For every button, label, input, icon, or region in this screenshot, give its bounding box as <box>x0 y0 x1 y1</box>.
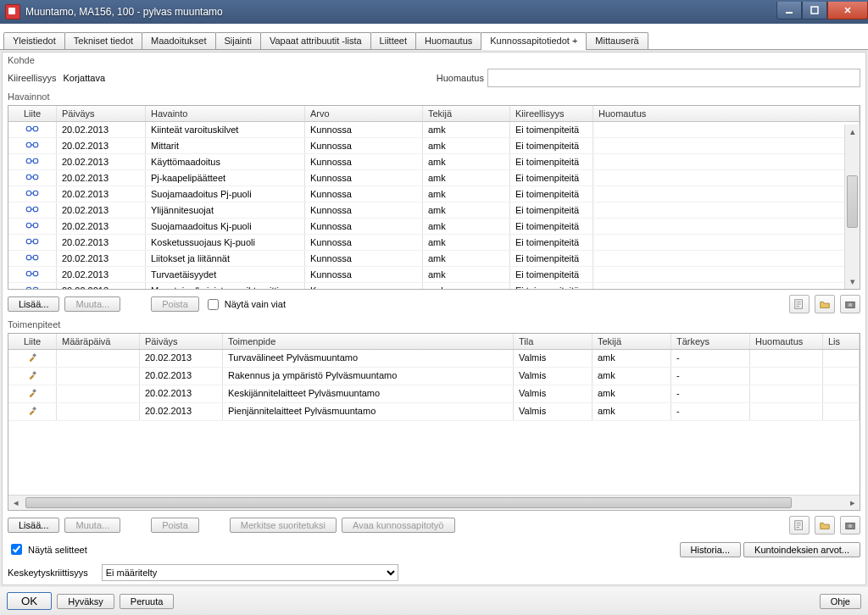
tab-1[interactable]: Tekniset tiedot <box>64 32 142 49</box>
acol-maarapaiva[interactable]: Määräpäivä <box>57 334 140 349</box>
hscroll-right-icon[interactable]: ▸ <box>845 496 860 510</box>
hscroll-left-icon[interactable]: ◂ <box>8 496 23 510</box>
action-row[interactable]: 20.02.2013Pienjännitelaitteet Pylväsmuun… <box>8 403 860 421</box>
acol-tekija[interactable]: Tekijä <box>593 334 671 349</box>
tab-8[interactable]: Mittauserä <box>586 32 648 49</box>
col-tekija[interactable]: Tekijä <box>423 106 510 121</box>
obs-edit-button[interactable]: Muuta... <box>64 296 120 312</box>
svg-point-13 <box>33 207 38 212</box>
acol-paivays[interactable]: Päiväys <box>140 334 223 349</box>
actions-grid: Liite Määräpäivä Päiväys Toimenpide Tila… <box>8 333 860 511</box>
action-row[interactable]: 20.02.2013Rakennus ja ympäristö Pylväsmu… <box>8 368 860 385</box>
observations-body[interactable]: 20.02.2013Kiinteät varoituskilvetKunnoss… <box>8 122 860 289</box>
tab-7[interactable]: Kunnossapitotiedot + <box>481 32 587 50</box>
acol-huomautus[interactable]: Huomautus <box>750 334 823 349</box>
svg-point-19 <box>33 255 38 260</box>
observations-toolbar: Lisää... Muuta... Poista Näytä vain viat <box>3 291 865 317</box>
obs-delete-button[interactable]: Poista <box>151 296 199 312</box>
glasses-icon <box>8 170 57 186</box>
observation-row[interactable]: 20.02.2013MittaritKunnossaamkEi toimenpi… <box>8 138 860 154</box>
svg-point-7 <box>33 158 38 163</box>
scroll-down-icon[interactable]: ▾ <box>845 274 860 289</box>
svg-point-21 <box>33 271 38 276</box>
glasses-icon <box>8 186 57 202</box>
show-legends-checkbox[interactable]: Näytä selitteet <box>8 541 87 557</box>
observation-row[interactable]: 20.02.2013Suojamaadoitus Pj-puoliKunnoss… <box>8 186 860 202</box>
observation-row[interactable]: 20.02.2013Liitokset ja liitännätKunnossa… <box>8 251 860 267</box>
tab-4[interactable]: Vapaat attribuutit -lista <box>260 32 371 49</box>
col-paivays[interactable]: Päiväys <box>57 106 146 121</box>
kuntoindeksi-button[interactable]: Kuntoindeksien arvot... <box>743 542 860 557</box>
observation-row[interactable]: 20.02.2013Pj-kaapelipäätteetKunnossaamkE… <box>8 170 860 186</box>
act-folder-icon[interactable] <box>815 516 835 535</box>
act-edit-button[interactable]: Muuta... <box>64 518 120 533</box>
show-only-faults-checkbox[interactable]: Näytä vain viat <box>204 296 286 313</box>
svg-point-9 <box>33 175 38 180</box>
tab-3[interactable]: Sijainti <box>215 32 261 49</box>
svg-point-14 <box>26 223 31 228</box>
maximize-button[interactable] <box>802 2 827 19</box>
actions-hscroll[interactable]: ◂ ▸ <box>8 495 860 510</box>
svg-point-32 <box>849 303 852 307</box>
observations-grid: Liite Päiväys Havainto Arvo Tekijä Kiire… <box>8 105 860 290</box>
kohde-row: Kiireellisyys Korjattava Huomautus <box>3 67 865 89</box>
action-row[interactable]: 20.02.2013Keskijännitelaitteet Pylväsmuu… <box>8 385 860 403</box>
act-note-icon[interactable] <box>789 516 810 535</box>
svg-point-23 <box>33 287 38 289</box>
obs-folder-icon[interactable] <box>815 295 835 313</box>
col-kiireellisyys[interactable]: Kiireellisyys <box>510 106 593 121</box>
observation-row[interactable]: 20.02.2013Kiinteät varoituskilvetKunnoss… <box>8 122 860 138</box>
hscroll-thumb[interactable] <box>25 497 792 508</box>
act-mark-done-button[interactable]: Merkitse suoritetuksi <box>230 518 337 533</box>
act-delete-button[interactable]: Poista <box>151 518 199 533</box>
svg-rect-34 <box>32 371 36 375</box>
svg-point-17 <box>33 239 38 244</box>
section-kohde: Kohde <box>3 53 865 67</box>
observation-row[interactable]: 20.02.2013Suojamaadoitus Kj-puoliKunnoss… <box>8 219 860 235</box>
tab-5[interactable]: Liitteet <box>370 32 416 49</box>
acol-liite[interactable]: Liite <box>8 334 57 349</box>
observation-row[interactable]: 20.02.2013TurvaetäisyydetKunnossaamkEi t… <box>8 267 860 283</box>
help-button[interactable]: Ohje <box>820 594 861 609</box>
acol-tarkeys[interactable]: Tärkeys <box>671 334 750 349</box>
close-button[interactable] <box>827 2 868 19</box>
obs-camera-icon[interactable] <box>840 295 860 313</box>
observation-row[interactable]: 20.02.2013Kosketussuojaus Kj-puoliKunnos… <box>8 235 860 251</box>
act-camera-icon[interactable] <box>840 516 860 535</box>
criticality-label: Keskeytyskriittisyys <box>8 568 88 578</box>
observations-scrollbar[interactable]: ▴ ▾ <box>844 125 860 289</box>
acol-lis[interactable]: Lis <box>823 334 860 349</box>
obs-note-icon[interactable] <box>789 295 810 313</box>
actions-header[interactable]: Liite Määräpäivä Päiväys Toimenpide Tila… <box>8 334 860 350</box>
acol-toimenpide[interactable]: Toimenpide <box>223 334 514 349</box>
observation-row[interactable]: 20.02.2013YlijännitesuojatKunnossaamkEi … <box>8 202 860 219</box>
ok-button[interactable]: OK <box>7 592 52 610</box>
glasses-icon <box>8 219 57 234</box>
col-havainto[interactable]: Havainto <box>146 106 305 121</box>
observation-row[interactable]: 20.02.2013KäyttömaadoitusKunnossaamkEi t… <box>8 154 860 170</box>
minimize-button[interactable] <box>776 2 802 19</box>
svg-point-39 <box>849 524 852 528</box>
act-open-work-button[interactable]: Avaa kunnossapitotyö <box>342 518 454 533</box>
col-arvo[interactable]: Arvo <box>305 106 423 121</box>
col-huomautus[interactable]: Huomautus <box>593 106 860 121</box>
obs-add-button[interactable]: Lisää... <box>8 296 59 312</box>
actions-body[interactable]: 20.02.2013Turvavälineet PylväsmuuntamoVa… <box>8 350 860 495</box>
act-add-button[interactable]: Lisää... <box>8 518 59 533</box>
huomautus-input[interactable] <box>487 69 860 87</box>
history-button[interactable]: Historia... <box>680 542 741 557</box>
cancel-button[interactable]: Peruuta <box>120 594 175 609</box>
scroll-thumb[interactable] <box>847 175 858 228</box>
app-icon <box>5 4 20 19</box>
action-row[interactable]: 20.02.2013Turvavälineet PylväsmuuntamoVa… <box>8 350 860 368</box>
tab-2[interactable]: Maadoitukset <box>142 32 215 49</box>
criticality-select[interactable]: Ei määritelty <box>102 564 398 581</box>
tab-0[interactable]: Yleistiedot <box>3 32 65 49</box>
observation-row[interactable]: 20.02.2013Muuntajan/kojeiston vaihtoreit… <box>8 283 860 289</box>
observations-header[interactable]: Liite Päiväys Havainto Arvo Tekijä Kiire… <box>8 106 860 122</box>
scroll-up-icon[interactable]: ▴ <box>845 125 860 139</box>
tab-6[interactable]: Huomautus <box>415 32 481 49</box>
accept-button[interactable]: Hyväksy <box>57 594 114 609</box>
acol-tila[interactable]: Tila <box>514 334 593 349</box>
col-liite[interactable]: Liite <box>8 106 57 121</box>
